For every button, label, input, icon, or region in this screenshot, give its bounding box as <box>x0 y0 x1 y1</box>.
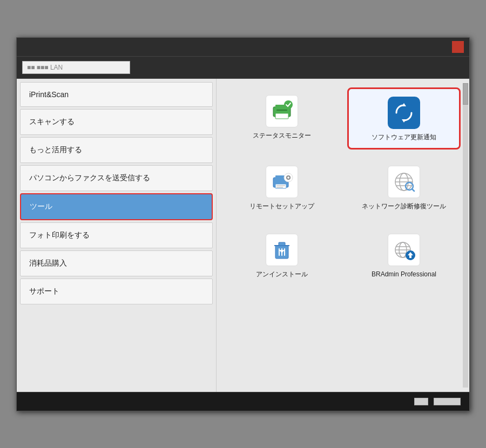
sidebar: iPrint&Scanスキャンするもっと活用するパソコンからファクスを送受信する… <box>17 79 217 392</box>
info-button[interactable] <box>414 398 428 405</box>
network-diag-label: ネットワーク診断修復ツール <box>362 202 446 211</box>
toolbar: ■■ ■■■ LAN <box>17 57 469 79</box>
svg-rect-37 <box>409 255 411 258</box>
sidebar-item-support[interactable]: サポート <box>20 279 213 304</box>
software-update-icon <box>387 96 421 130</box>
sidebar-item-photo-print[interactable]: フォト印刷をする <box>20 222 213 248</box>
sidebar-item-consumables[interactable]: 消耗品購入 <box>20 250 213 276</box>
svg-rect-25 <box>279 242 285 246</box>
sidebar-item-more-use[interactable]: もっと活用する <box>20 137 213 163</box>
svg-rect-10 <box>275 184 286 188</box>
sidebar-item-tools[interactable]: ツール <box>20 193 213 220</box>
sidebar-item-iprint-scan[interactable]: iPrint&Scan <box>20 82 213 107</box>
icon-item-bradmin[interactable]: BRAdmin Professional <box>347 226 461 286</box>
network-diag-icon <box>387 165 421 199</box>
icon-item-uninstall[interactable]: アンインストール <box>225 226 339 286</box>
app-window: ■■ ■■■ LAN iPrint&Scanスキャンするもっと活用するパソコンか… <box>16 37 470 411</box>
icon-item-network-diag[interactable]: ネットワーク診断修復ツール <box>347 158 461 218</box>
svg-point-4 <box>284 100 293 109</box>
main-content: iPrint&Scanスキャンするもっと活用するパソコンからファクスを送受信する… <box>17 79 469 392</box>
icon-item-status-monitor[interactable]: ステータスモニター <box>225 87 339 150</box>
printer-dropdown[interactable]: ■■ ■■■ LAN <box>22 61 130 74</box>
scrollbar-track[interactable] <box>463 83 468 388</box>
svg-line-22 <box>412 189 414 191</box>
tools-grid: ステータスモニター ソフトウェア更新通知 <box>225 87 461 286</box>
exit-button[interactable] <box>434 398 461 405</box>
remote-setup-label: リモートセットアップ <box>249 202 314 211</box>
title-bar <box>17 38 469 57</box>
status-monitor-icon <box>265 94 299 128</box>
remote-setup-icon <box>265 165 299 199</box>
svg-point-15 <box>287 177 289 179</box>
uninstall-icon <box>265 233 299 267</box>
scrollbar-thumb[interactable] <box>463 83 468 105</box>
icon-item-software-update[interactable]: ソフトウェア更新通知 <box>347 87 461 150</box>
sidebar-item-fax[interactable]: パソコンからファクスを送受信する <box>20 165 213 191</box>
content-panel: ステータスモニター ソフトウェア更新通知 <box>217 79 469 392</box>
uninstall-label: アンインストール <box>256 270 308 279</box>
bradmin-label: BRAdmin Professional <box>372 270 436 279</box>
bradmin-icon <box>387 233 421 267</box>
printer-dropdown-wrapper: ■■ ■■■ LAN <box>22 61 130 74</box>
software-update-label: ソフトウェア更新通知 <box>372 133 436 142</box>
status-monitor-label: ステータスモニター <box>253 132 311 140</box>
icon-item-remote-setup[interactable]: リモートセットアップ <box>225 158 339 218</box>
footer-buttons <box>414 398 461 405</box>
sidebar-item-scan[interactable]: スキャンする <box>20 109 213 135</box>
window-close-button[interactable] <box>452 41 464 53</box>
svg-rect-3 <box>276 110 287 111</box>
svg-rect-2 <box>275 113 288 119</box>
footer <box>17 392 469 411</box>
